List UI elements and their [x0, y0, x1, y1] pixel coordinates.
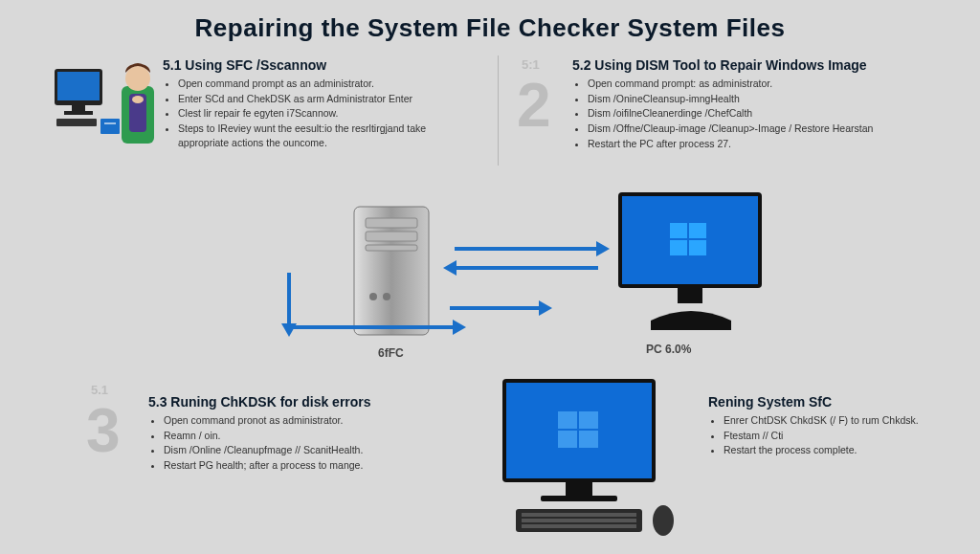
- list-item: Enrer ChtDSK ChkdSK (/ F) to rum Chkdsk.: [724, 413, 967, 428]
- svg-rect-28: [558, 431, 577, 448]
- tower-label: 6fFC: [378, 346, 404, 360]
- list-item: Dism /Online /Cleanupfmage // ScanitHeal…: [164, 443, 464, 457]
- desktop-setup-icon: [474, 373, 684, 541]
- svg-point-10: [132, 96, 144, 103]
- section-dism-tag: 5:1: [522, 57, 540, 72]
- svg-rect-19: [670, 223, 687, 238]
- svg-rect-5: [100, 119, 120, 134]
- svg-rect-4: [56, 119, 97, 126]
- list-item: Reamn / oin.: [164, 429, 464, 443]
- section-rening-heading: Rening System SfC: [708, 394, 967, 410]
- svg-rect-1: [57, 72, 100, 100]
- list-item: Restart PG health; after a process to ma…: [164, 458, 464, 473]
- person-at-computer-icon: [53, 57, 158, 163]
- arrow-left-icon: [455, 266, 598, 270]
- column-divider: [498, 55, 499, 166]
- windows-monitor-icon: [612, 187, 770, 340]
- list-item: Open command prompt as an administrator.: [178, 77, 469, 91]
- svg-rect-29: [579, 431, 598, 448]
- section-sfc: 5.1 Using SFC /Sscannow Open command pro…: [163, 57, 469, 150]
- section-dism: 5.2 Using DISM Tool to Repair Windows Im…: [572, 57, 955, 151]
- list-item: Ftestam // Cti: [724, 429, 967, 443]
- svg-point-16: [383, 293, 390, 300]
- svg-point-8: [125, 66, 150, 91]
- section-chkdsk: 5.3 Runing ChKDSK for disk errors Open c…: [148, 394, 464, 474]
- list-item: Steps to IReviey wunt the eesult:io the …: [178, 122, 469, 149]
- list-item: Open command prompt: as administrator.: [588, 77, 955, 91]
- list-item: Clest lir repair fe egyten i7Scannow.: [178, 106, 469, 121]
- svg-rect-26: [558, 411, 577, 429]
- section-dism-heading: 5.2 Using DISM Tool to Repair Windows Im…: [572, 57, 955, 73]
- svg-rect-34: [522, 519, 636, 522]
- list-item: Dism /Offne/Cleaup-image /Cleanup>-Image…: [588, 122, 955, 136]
- section-rening: Rening System SfC Enrer ChtDSK ChkdSK (/…: [708, 394, 967, 458]
- svg-rect-12: [366, 218, 417, 228]
- svg-rect-27: [579, 411, 598, 429]
- arrow-corner-vertical: [287, 273, 291, 325]
- section-sfc-bullets: Open command prompt as an administrator.…: [163, 77, 469, 149]
- section-chkdsk-tag: 5.1: [91, 383, 108, 397]
- section-rening-bullets: Enrer ChtDSK ChkdSK (/ F) to rum Chkdsk.…: [708, 413, 967, 457]
- svg-rect-2: [72, 105, 85, 111]
- arrow-down-right-icon: [287, 325, 455, 329]
- server-tower-icon: [345, 201, 440, 344]
- arrow-right-small-icon: [450, 306, 541, 310]
- svg-rect-14: [366, 245, 417, 251]
- section-sfc-heading: 5.1 Using SFC /Sscannow: [163, 57, 469, 73]
- svg-rect-35: [522, 524, 636, 528]
- svg-rect-33: [522, 513, 636, 517]
- section-chkdsk-number: 3: [86, 400, 121, 461]
- svg-point-36: [653, 505, 674, 536]
- list-item: Enter SCd and ChekDSK as arm Administrat…: [178, 92, 469, 106]
- svg-rect-23: [678, 288, 702, 303]
- list-item: Restart the process complete.: [724, 443, 967, 457]
- list-item: Restart the PC after process 27.: [588, 137, 955, 151]
- section-dism-bullets: Open command prompt: as administrator. D…: [572, 77, 955, 150]
- svg-rect-20: [689, 223, 706, 238]
- list-item: Dism /oifilneCleanerdinge /ChefCalth: [588, 106, 955, 121]
- monitor-label: PC 6.0%: [646, 343, 691, 356]
- list-item: Open command pronot as administrator.: [164, 413, 464, 428]
- svg-point-15: [369, 293, 377, 300]
- page-title: Repairing the System File Checker System…: [0, 0, 980, 43]
- svg-rect-22: [689, 240, 706, 255]
- svg-rect-31: [541, 496, 617, 501]
- list-item: Dism /OnineCleansup-imngHealth: [588, 92, 955, 106]
- section-chkdsk-heading: 5.3 Runing ChKDSK for disk errors: [148, 394, 464, 410]
- svg-rect-6: [104, 122, 116, 124]
- svg-rect-21: [670, 240, 687, 255]
- svg-rect-13: [366, 232, 417, 241]
- svg-rect-3: [64, 111, 93, 115]
- svg-rect-30: [566, 482, 592, 496]
- section-dism-number: 2: [517, 75, 551, 136]
- arrow-right-icon: [455, 247, 598, 251]
- section-chkdsk-bullets: Open command pronot as administrator. Re…: [148, 413, 464, 473]
